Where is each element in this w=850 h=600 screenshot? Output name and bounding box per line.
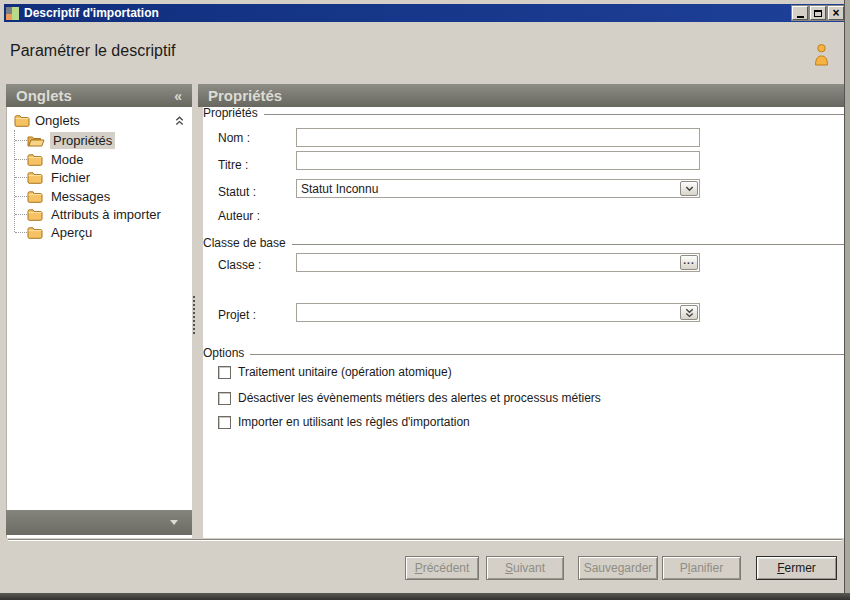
folder-icon xyxy=(27,171,43,184)
sidebar-item-label: Propriétés xyxy=(50,132,115,149)
group-options-label: Options xyxy=(203,346,244,360)
schedule-button[interactable]: Planifier xyxy=(662,556,741,580)
close-dialog-button[interactable]: Fermer xyxy=(756,556,837,580)
sidebar-item-messages[interactable]: Messages xyxy=(6,187,192,205)
window-frame-right xyxy=(844,0,850,600)
tree-connector xyxy=(15,140,27,141)
projet-dropdown-button[interactable] xyxy=(680,305,698,320)
group-proprietes: Propriétés xyxy=(203,106,844,120)
projet-field[interactable] xyxy=(296,303,700,322)
classe-label: Classe : xyxy=(218,258,261,272)
tree-connector xyxy=(15,196,27,197)
group-proprietes-label: Propriétés xyxy=(203,106,258,120)
sidebar-title: Onglets xyxy=(16,87,72,104)
save-button[interactable]: Sauvegarder xyxy=(578,556,658,580)
folder-icon xyxy=(14,114,30,127)
group-options: Options xyxy=(203,346,844,360)
option-importer-regles[interactable]: Importer en utilisant les règles d'impor… xyxy=(218,414,470,430)
close-button[interactable]: × xyxy=(828,6,844,20)
ellipsis-icon: ... xyxy=(683,258,694,264)
option-label: Traitement unitaire (opération atomique) xyxy=(238,365,452,379)
chevron-down-icon xyxy=(170,520,178,525)
window-controls: × xyxy=(790,6,844,20)
folder-icon xyxy=(27,190,43,203)
sidebar-item-attributs-a-importer[interactable]: Attributs à importer xyxy=(6,205,192,223)
sidebar-item-label: Messages xyxy=(48,188,113,205)
titlebar[interactable]: Descriptif d'importation × xyxy=(4,4,846,22)
close-icon: × xyxy=(832,8,839,18)
checkbox[interactable] xyxy=(218,416,231,429)
app-icon-green-square xyxy=(12,7,19,20)
titre-field[interactable] xyxy=(296,151,700,170)
folder-icon xyxy=(27,226,43,239)
folder-open-icon xyxy=(27,134,45,147)
group-classe-de-base: Classe de base xyxy=(203,236,844,250)
app-icon xyxy=(6,7,19,20)
main-panel-title: Propriétés xyxy=(208,87,282,104)
statut-label: Statut : xyxy=(218,185,256,199)
maximize-button[interactable] xyxy=(810,6,826,20)
chevron-down-icon xyxy=(685,186,694,192)
collapse-sidebar-icon[interactable]: « xyxy=(174,88,182,104)
sidebar-item-label: Aperçu xyxy=(48,224,95,241)
option-desactiver-evenements[interactable]: Désactiver les évènements métiers des al… xyxy=(218,390,601,406)
group-rule xyxy=(264,114,844,115)
checkbox[interactable] xyxy=(218,392,231,405)
double-chevron-up-icon[interactable] xyxy=(175,116,184,126)
tree-connector xyxy=(15,177,27,178)
statut-select[interactable]: Statut Inconnu xyxy=(296,179,700,198)
person-icon xyxy=(811,43,832,66)
sidebar-item-label: Fichier xyxy=(48,169,93,186)
sidebar-item-proprietes[interactable]: Propriétés xyxy=(6,131,192,149)
footer-separator xyxy=(8,539,842,541)
sidebar-item-label: Attributs à importer xyxy=(48,206,164,223)
minimize-icon xyxy=(797,16,804,18)
splitter-handle[interactable] xyxy=(193,296,196,334)
window-frame-bottom xyxy=(0,593,850,600)
sidebar-bottom-bar[interactable] xyxy=(6,510,192,535)
option-label: Désactiver les évènements métiers des al… xyxy=(238,391,601,405)
group-rule xyxy=(250,354,844,355)
app-icon-orange-square xyxy=(6,14,12,20)
sidebar-item-fichier[interactable]: Fichier xyxy=(6,168,192,186)
auteur-label: Auteur : xyxy=(218,209,260,223)
dialog-window: Descriptif d'importation × Paramétrer le… xyxy=(0,0,850,600)
double-chevron-down-icon xyxy=(685,308,694,318)
statut-dropdown-button[interactable] xyxy=(680,181,698,196)
sidebar-header: Onglets « xyxy=(6,84,192,107)
statut-value: Statut Inconnu xyxy=(297,182,680,196)
nom-field[interactable] xyxy=(296,128,700,147)
tree-root-onglets[interactable]: Onglets xyxy=(6,111,192,130)
folder-icon xyxy=(27,208,43,221)
sidebar-item-apercu[interactable]: Aperçu xyxy=(6,223,192,241)
main-panel-header: Propriétés xyxy=(198,84,844,107)
tree-root-label: Onglets xyxy=(35,113,175,128)
maximize-icon xyxy=(814,10,822,17)
titre-label: Titre : xyxy=(218,158,248,172)
group-rule xyxy=(292,244,844,245)
checkbox[interactable] xyxy=(218,366,231,379)
folder-icon xyxy=(27,153,43,166)
classe-field[interactable]: ... xyxy=(296,253,700,272)
classe-browse-button[interactable]: ... xyxy=(680,255,698,270)
main-content-panel xyxy=(203,107,844,538)
option-label: Importer en utilisant les règles d'impor… xyxy=(238,415,470,429)
tree-connector xyxy=(15,214,27,215)
window-title: Descriptif d'importation xyxy=(24,6,790,20)
next-button[interactable]: Suivant xyxy=(486,556,564,580)
minimize-button[interactable] xyxy=(792,6,808,20)
previous-button[interactable]: Précédent xyxy=(405,556,479,580)
sidebar-item-label: Mode xyxy=(48,151,87,168)
tree-connector xyxy=(15,159,27,160)
projet-label: Projet : xyxy=(218,308,256,322)
nom-label: Nom : xyxy=(218,131,250,145)
tree-connector xyxy=(15,232,27,233)
page-title: Paramétrer le descriptif xyxy=(10,42,175,60)
group-classe-de-base-label: Classe de base xyxy=(203,236,286,250)
option-traitement-unitaire[interactable]: Traitement unitaire (opération atomique) xyxy=(218,364,452,380)
sidebar-item-mode[interactable]: Mode xyxy=(6,150,192,168)
